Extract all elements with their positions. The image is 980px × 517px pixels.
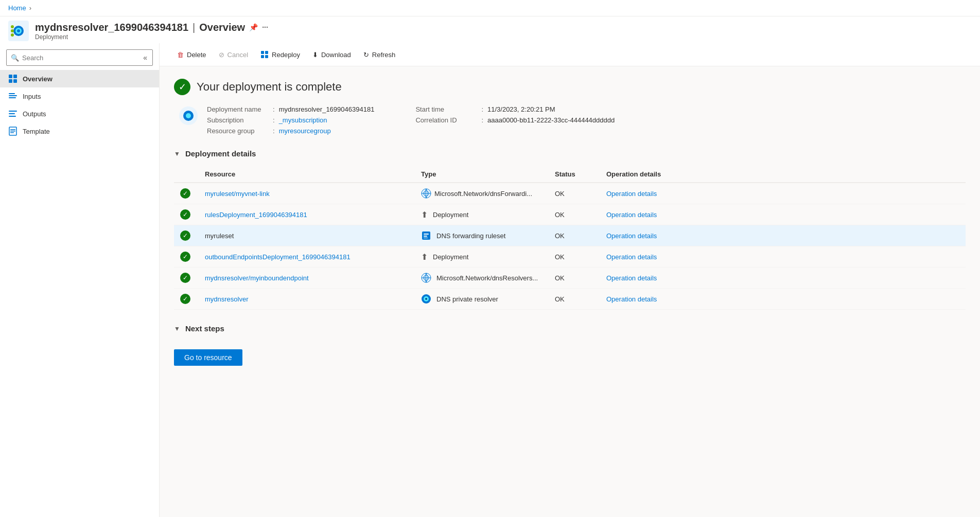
operation-details-link[interactable]: Operation details [606,253,657,261]
type-value: DNS private resolver [436,295,498,303]
resource-link[interactable]: outboundEndpointsDeployment_169904639418… [205,253,351,261]
page-title-section: Overview [199,22,245,33]
deployment-details-section-header[interactable]: ▼ Deployment details [174,149,966,158]
operation-details-link[interactable]: Operation details [606,295,657,303]
deployment-name-label: Deployment name [207,105,269,113]
svg-rect-21 [261,51,264,54]
operation-details-link[interactable]: Operation details [606,211,657,219]
table-header-status: Status [549,166,600,183]
page-title-name: mydnsresolver_1699046394181 [35,22,188,33]
row-status-icon: ✓ [180,209,190,220]
svg-rect-18 [10,129,15,130]
table-row: ✓ myruleset DN [174,225,966,246]
svg-rect-20 [10,132,14,133]
redeploy-button[interactable]: Redeploy [255,47,305,62]
table-header-type: Type [415,166,549,183]
go-to-resource-button[interactable]: Go to resource [174,349,242,366]
operation-details-link[interactable]: Operation details [606,274,657,282]
svg-point-40 [425,298,427,300]
download-icon: ⬇ [312,51,318,59]
overview-icon [8,74,18,83]
row-status-icon: ✓ [180,294,190,304]
svg-rect-34 [424,238,428,238]
subscription-label: Subscription [207,116,269,124]
inputs-label: Inputs [23,93,41,100]
delete-button[interactable]: 🗑 Delete [172,48,212,62]
pin-icon[interactable]: 📌 [249,23,258,31]
start-time-label: Start time [415,105,477,113]
resource-group-value[interactable]: myresourcegroup [279,127,331,135]
svg-rect-33 [424,236,427,237]
deployment-status-title: Your deployment is complete [197,80,342,94]
table-row: ✓ rulesDeployment_1699046394181 ⬆ Deploy… [174,204,966,225]
type-value: Deployment [433,211,468,219]
next-steps-label: Next steps [185,324,224,333]
next-steps-section-header[interactable]: ▼ Next steps [174,324,966,333]
subscription-value[interactable]: _mysubscription [279,116,327,124]
ellipsis-icon[interactable]: ··· [262,23,268,31]
delete-icon: 🗑 [177,51,184,59]
svg-rect-23 [261,55,264,58]
type-value: Deployment [433,253,468,261]
type-value: DNS forwarding ruleset [436,232,505,240]
correlation-id-value: aaaa0000-bb11-2222-33cc-444444dddddd [487,116,615,124]
operation-details-link[interactable]: Operation details [606,232,657,240]
deployment-details-label: Deployment details [185,149,256,158]
collapse-sidebar-button[interactable]: « [142,52,148,63]
cancel-icon: ⊘ [219,51,224,59]
resource-link[interactable]: mydnsresolver [205,295,249,303]
type-resolver-icon [421,294,431,304]
svg-rect-16 [9,116,16,117]
svg-point-6 [11,33,14,37]
refresh-button[interactable]: ↻ Refresh [358,48,401,62]
resource-link[interactable]: rulesDeployment_1699046394181 [205,211,307,219]
table-header-check [174,166,199,183]
svg-point-27 [186,113,191,118]
operation-details-link[interactable]: Operation details [606,190,657,198]
svg-point-5 [11,29,14,32]
svg-rect-11 [9,93,15,94]
table-row: ✓ myruleset/myvnet-link [174,183,966,204]
resource-link[interactable]: mydnsresolver/myinboundendpoint [205,274,309,282]
sidebar-item-outputs[interactable]: Outputs [0,105,159,122]
deployment-success-icon: ✓ [174,79,190,95]
search-icon: 🔍 [11,54,19,62]
redeploy-icon [260,50,269,59]
breadcrumb-separator: › [29,4,31,12]
search-input[interactable] [22,54,139,62]
svg-rect-9 [9,79,12,83]
svg-rect-7 [9,75,12,78]
sidebar-item-overview[interactable]: Overview [0,70,159,87]
start-time-value: 11/3/2023, 2:20:21 PM [487,105,555,113]
type-value: Microsoft.Network/dnsForwardi... [434,190,532,198]
svg-rect-13 [9,97,16,98]
download-button[interactable]: ⬇ Download [307,48,356,62]
svg-rect-22 [265,51,268,54]
type-deployment-icon: ⬆ [421,210,428,220]
status-value: OK [549,225,600,246]
sidebar-item-template[interactable]: Template [0,122,159,140]
svg-rect-8 [13,75,17,78]
deployment-dns-icon [178,105,199,126]
resource-link[interactable]: myruleset/myvnet-link [205,190,270,198]
cancel-button[interactable]: ⊘ Cancel [214,48,253,62]
sidebar-item-inputs[interactable]: Inputs [0,87,159,105]
resource-group-label: Resource group [207,127,269,135]
deployment-details-table: Resource Type Status Operation details ✓… [174,166,966,310]
status-value: OK [549,289,600,310]
row-status-icon: ✓ [180,230,190,241]
status-value: OK [549,246,600,268]
svg-rect-24 [265,55,268,58]
svg-point-4 [11,25,14,28]
svg-rect-12 [9,95,17,96]
breadcrumb-home[interactable]: Home [8,4,26,12]
status-value: OK [549,204,600,225]
table-header-operation-details: Operation details [600,166,966,183]
page-title-pipe: | [192,22,195,33]
type-value: Microsoft.Network/dnsResolvers... [436,274,538,282]
resource-value: myruleset [205,232,234,240]
page-resource-icon [8,21,29,41]
type-ruleset-icon [421,230,431,241]
svg-rect-14 [9,111,17,112]
page-subtitle: Deployment [35,33,268,41]
